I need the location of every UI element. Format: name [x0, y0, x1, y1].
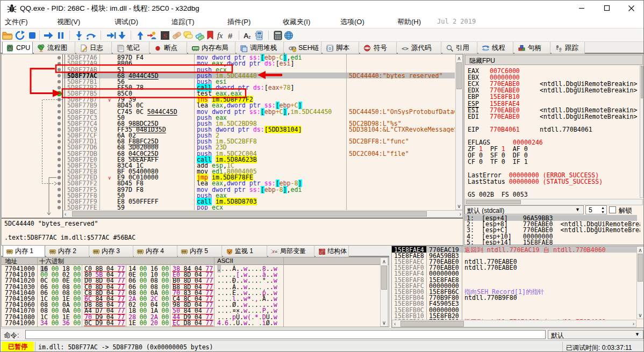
instruction-dot[interactable]	[58, 110, 61, 113]
dump-byte[interactable]: 00	[73, 320, 81, 326]
scroll-up-arrow[interactable]: ∧	[381, 258, 388, 265]
stack-hscrollbar[interactable]: ‹ ›	[392, 320, 636, 327]
hash-strings-icon[interactable]: #	[226, 30, 237, 41]
instruction-dot[interactable]	[58, 134, 61, 137]
tab-调用堆栈[interactable]: 调用堆栈	[237, 42, 284, 54]
hide-fpu-button[interactable]: 隐藏FPU	[465, 55, 643, 65]
menu-item-5[interactable]: 插件(P)	[227, 17, 251, 27]
register-row[interactable]: EIP770B4061ntdll.770B4061	[468, 127, 479, 133]
step-over-icon[interactable]	[85, 30, 96, 41]
scroll-down-arrow[interactable]: ∨	[456, 203, 462, 210]
instruction-dot[interactable]	[58, 62, 61, 65]
dump-byte[interactable]: 00	[139, 320, 147, 326]
registers-pane[interactable]: 隐藏FPU EAX007C6000EBX00000000ECX770EABE0<…	[464, 54, 644, 245]
instruction-dot[interactable]	[58, 146, 61, 149]
instruction-dot[interactable]	[58, 206, 61, 209]
label-icon[interactable]	[194, 30, 205, 41]
tab-引用[interactable]: 引用	[442, 42, 477, 54]
tab-内存-3[interactable]: 内存 3	[90, 246, 133, 257]
internet-icon[interactable]	[283, 30, 294, 41]
tab-内存-2[interactable]: 内存 2	[46, 246, 89, 257]
tab-监视-1[interactable]: 监视 1	[223, 246, 267, 257]
instruction-dot[interactable]	[58, 104, 61, 107]
comment-icon[interactable]	[183, 30, 194, 41]
tab-句柄[interactable]: 句柄	[514, 42, 550, 54]
register-row[interactable]: GS 002B FS 0053	[468, 192, 528, 198]
instruction-dot[interactable]	[58, 170, 61, 173]
scroll-left-arrow[interactable]: ‹	[65, 211, 66, 217]
dump-byte[interactable]: 34	[40, 320, 48, 326]
command-profile-select[interactable]: 默认 ▼	[548, 330, 643, 339]
tab-内存-1[interactable]: 内存 1	[3, 246, 45, 257]
tab-笔记[interactable]: 笔记	[113, 42, 149, 54]
calculator-icon[interactable]	[273, 30, 283, 41]
scrollbar-thumb[interactable]	[400, 321, 464, 327]
scroll-left-arrow[interactable]: ‹	[394, 321, 396, 327]
instruction-dot[interactable]	[58, 188, 61, 191]
tab-seh链[interactable]: !SEH链	[285, 42, 321, 54]
scrollbar-thumb[interactable]	[466, 200, 521, 204]
run-icon[interactable]	[43, 30, 54, 41]
instruction-dot[interactable]	[58, 176, 61, 179]
register-row[interactable]: CF 0 TF 0 IF 1	[468, 159, 528, 165]
argument-row[interactable]: 5: [esp+14] 15E8FAE8	[467, 240, 553, 245]
scrollbar-thumb[interactable]	[381, 265, 387, 290]
tab-日志[interactable]: 日志	[76, 42, 112, 54]
scroll-down-arrow[interactable]: ∨	[637, 312, 643, 319]
menu-item-8[interactable]: 帮助(H)	[397, 17, 421, 27]
tab-源代码[interactable]: <>源代码	[398, 42, 441, 54]
scrollbar-thumb[interactable]	[456, 62, 462, 89]
tab-内存-5[interactable]: 内存 5	[178, 246, 222, 257]
unlock-checkbox[interactable]	[609, 206, 616, 213]
pause-icon[interactable]	[55, 30, 66, 41]
run-to-user-code-icon[interactable]	[135, 30, 146, 41]
dump-byte[interactable]: 00	[51, 320, 59, 326]
dump-byte[interactable]: 20	[151, 320, 158, 326]
step-into-icon[interactable]	[74, 30, 84, 41]
step-out-icon[interactable]	[117, 30, 127, 41]
scroll-right-arrow[interactable]: ›	[633, 321, 634, 327]
maximize-button[interactable]	[595, 1, 619, 16]
breakpoint-dot[interactable]	[57, 91, 62, 96]
dump-row[interactable]: 77041090340036000CD904771E002000ECD80477…	[2, 320, 380, 326]
disasm-row[interactable]: 5D8F77FE59pop ecx	[2, 205, 455, 210]
instruction-dot[interactable]	[58, 68, 61, 71]
tab-流程图[interactable]: 流程图	[34, 42, 75, 54]
menu-item-3[interactable]: 调试(D)	[115, 17, 138, 27]
command-input[interactable]	[25, 330, 546, 339]
scroll-up-arrow[interactable]: ∧	[637, 247, 643, 254]
scroll-right-arrow[interactable]: ›	[460, 211, 461, 217]
open-folder-icon[interactable]	[2, 30, 13, 41]
register-row[interactable]: EDI770EABE0<ntdll.DbgUiRemoteBreakin>	[468, 114, 479, 120]
attach-icon[interactable]	[147, 30, 158, 41]
scroll-up-arrow[interactable]: ∧	[456, 55, 462, 62]
tab-符号[interactable]: 符号	[360, 42, 397, 54]
dump-byte[interactable]: 00	[161, 320, 169, 326]
bookmark-icon[interactable]	[205, 30, 216, 41]
calling-convention-select[interactable]: 默认 (stdcall) ▼	[464, 205, 584, 214]
tab-局部变量[interactable]: [x=]局部变量	[268, 246, 314, 257]
argument-count-spinner[interactable]: 5 ▲▼	[585, 205, 607, 214]
scrollbar-thumb[interactable]	[641, 66, 643, 98]
instruction-dot[interactable]	[58, 158, 61, 161]
register-row[interactable]: LastStatus 00000000 (STATUS_SUCCESS)	[468, 179, 603, 185]
instruction-dot[interactable]	[58, 122, 61, 125]
function-icon[interactable]: fx	[216, 30, 226, 41]
scrollbar-thumb[interactable]	[638, 254, 643, 282]
instruction-dot[interactable]	[58, 182, 61, 185]
instruction-dot[interactable]	[58, 200, 61, 203]
instruction-dot[interactable]	[58, 56, 61, 59]
instruction-dot[interactable]	[58, 116, 61, 119]
register-value[interactable]: 15E8FB10	[490, 94, 520, 100]
dump-byte[interactable]: 1E	[128, 320, 136, 326]
stack-vscrollbar[interactable]: ∧ ∨	[636, 246, 644, 319]
instruction-dot[interactable]	[58, 152, 61, 155]
stack-pane[interactable]: 15E8FAE4770EAC19返回到 ntdll.770EAC19 自 ntd…	[391, 246, 644, 328]
registers-hscrollbar[interactable]	[465, 199, 643, 205]
menu-item-1[interactable]: 文件(F)	[5, 17, 28, 27]
tab-线程[interactable]: 线程	[478, 42, 513, 54]
tab-cpu[interactable]: 32CPU	[2, 42, 33, 54]
instruction-dot[interactable]	[58, 74, 61, 77]
text-strings-icon[interactable]: Az	[242, 30, 253, 41]
registers-vscrollbar[interactable]	[640, 66, 643, 198]
